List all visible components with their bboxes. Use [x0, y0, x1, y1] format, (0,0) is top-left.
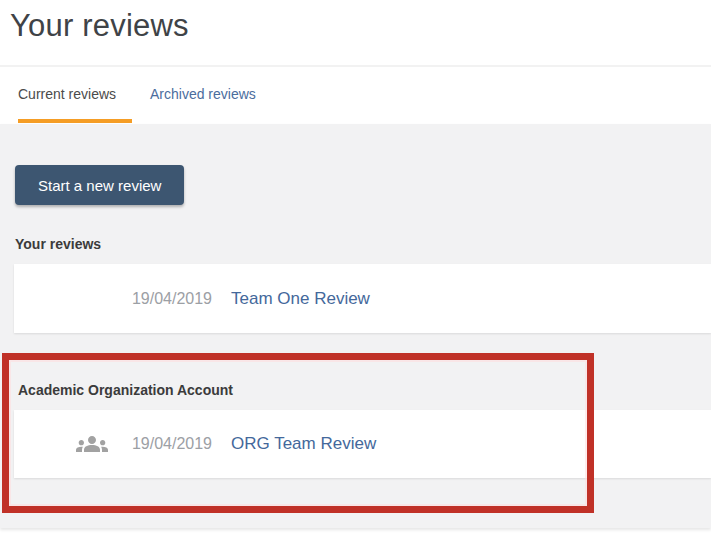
section-heading-academic-organization-account: Academic Organization Account	[18, 382, 233, 398]
section-heading-your-reviews: Your reviews	[15, 236, 101, 252]
active-tab-underline	[18, 119, 132, 123]
review-date: 19/04/2019	[54, 290, 212, 308]
header-divider	[0, 65, 711, 67]
review-date: 19/04/2019	[54, 435, 212, 453]
start-new-review-button[interactable]: Start a new review	[15, 165, 184, 205]
tab-archived-reviews[interactable]: Archived reviews	[150, 86, 256, 102]
tab-current-reviews[interactable]: Current reviews	[18, 86, 116, 102]
review-row-org-team[interactable]: 19/04/2019 ORG Team Review	[14, 410, 711, 478]
reviews-content-panel: Start a new review Your reviews 19/04/20…	[0, 124, 711, 528]
your-reviews-page: Your reviews Current reviews Archived re…	[0, 0, 711, 552]
review-row-team-one[interactable]: 19/04/2019 Team One Review	[14, 264, 711, 333]
review-link-org-team[interactable]: ORG Team Review	[231, 434, 376, 454]
review-link-team-one[interactable]: Team One Review	[231, 289, 370, 309]
page-title: Your reviews	[10, 8, 189, 44]
